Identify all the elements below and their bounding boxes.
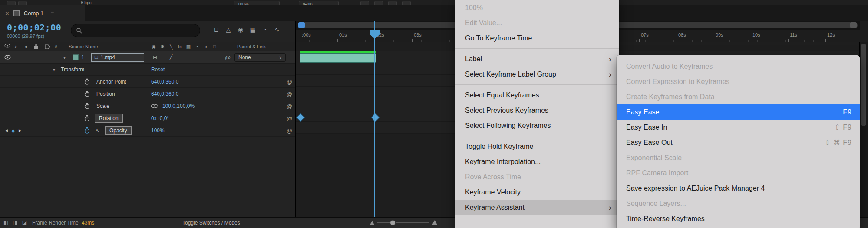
context-menu-item-keyframe-interpolation[interactable]: Keyframe Interpolation... xyxy=(455,154,619,169)
parent-pickwhip-icon[interactable]: @ xyxy=(225,54,231,60)
context-menu-item-label[interactable]: Label› xyxy=(455,51,619,67)
mini-flowchart-icon[interactable]: ⊟ xyxy=(213,26,220,33)
menu-item-label: RPF Camera Import xyxy=(626,169,852,177)
cached-frames-indicator xyxy=(300,51,376,53)
property-row-anchor-point[interactable]: Anchor Point 640,0,360,0 @ xyxy=(0,76,295,88)
property-name[interactable]: Scale xyxy=(96,103,109,109)
zoom-in-icon[interactable] xyxy=(432,220,438,225)
timeline-search-input[interactable] xyxy=(71,24,200,37)
context-menu-item-select-keyframe-label-group[interactable]: Select Keyframe Label Group› xyxy=(455,67,619,82)
graph-editor-icon[interactable]: ∿ xyxy=(274,26,281,33)
property-name[interactable]: Anchor Point xyxy=(96,79,126,85)
property-name[interactable]: Opacity xyxy=(105,126,132,135)
parent-pickwhip-icon[interactable]: @ xyxy=(287,115,292,121)
menu-item-label: Select Keyframe Label Group xyxy=(465,70,604,78)
context-menu-item-keyframe-velocity[interactable]: Keyframe Velocity... xyxy=(455,184,619,200)
context-menu-separator xyxy=(455,84,619,85)
property-row-position[interactable]: Position 640,0,360,0 @ xyxy=(0,88,295,100)
frame-render-time-value: 43ms xyxy=(82,220,94,226)
property-value[interactable]: 640,0,360,0 xyxy=(151,79,178,85)
frame-blending-icon[interactable]: ▦ xyxy=(249,26,256,33)
next-keyframe-icon[interactable]: ▶ xyxy=(19,128,22,133)
close-icon[interactable]: × xyxy=(5,10,9,17)
context-menu-item-select-previous-keyframes[interactable]: Select Previous Keyframes xyxy=(455,103,619,118)
motion-blur-icon[interactable]: ◔ xyxy=(261,26,268,33)
submenu-item-easy-ease[interactable]: Easy EaseF9 xyxy=(617,104,860,120)
stopwatch-icon[interactable] xyxy=(84,115,90,121)
layer-duration-bar[interactable] xyxy=(300,53,376,63)
submenu-item-easy-ease-in[interactable]: Easy Ease In⇧ F9 xyxy=(617,120,860,135)
submenu-item-easy-ease-out[interactable]: Easy Ease Out⇧ ⌘ F9 xyxy=(617,135,860,150)
menu-item-label: Keyframe Interpolation... xyxy=(465,158,611,166)
color-depth-button[interactable]: 8 bpc xyxy=(81,0,91,5)
scrollbar-thumb[interactable] xyxy=(861,44,866,126)
parent-pickwhip-icon[interactable]: @ xyxy=(287,91,292,97)
property-value[interactable]: 0x+0,0° xyxy=(151,115,169,121)
parent-pickwhip-icon[interactable]: @ xyxy=(287,103,292,109)
keyframe-at-current-time-icon[interactable]: ◆ xyxy=(11,127,15,133)
comp-tab[interactable]: × Comp 1 ≡ xyxy=(0,5,85,21)
property-row-opacity[interactable]: ◀ ◆ ▶ ∿ Opacity 100% @ xyxy=(0,124,295,137)
context-menu-item-select-following-keyframes[interactable]: Select Following Keyframes xyxy=(455,118,619,133)
transfer-controls-pane-icon[interactable]: ◨ xyxy=(13,220,17,226)
layer-number-column[interactable]: # xyxy=(55,44,57,49)
draft-3d-icon[interactable]: △ xyxy=(225,26,232,33)
stopwatch-icon[interactable] xyxy=(84,91,90,97)
property-value[interactable]: 100,0,100,0% xyxy=(162,103,195,109)
transform-group-label[interactable]: Transform xyxy=(61,67,84,73)
graph-overlay-icon[interactable]: ∿ xyxy=(96,127,100,134)
transform-group-row[interactable]: ▾ Transform Reset xyxy=(0,64,295,76)
toggle-switches-modes-button[interactable]: Toggle Switches / Modes xyxy=(182,220,240,226)
property-value[interactable]: 100% xyxy=(151,127,165,134)
property-name[interactable]: Rotation xyxy=(95,114,123,123)
property-row-rotation[interactable]: Rotation 0x+0,0° @ xyxy=(0,112,295,124)
property-name[interactable]: Position xyxy=(96,91,115,97)
layer-expand-chevron-icon[interactable]: ▾ xyxy=(63,55,66,60)
constrain-proportions-icon[interactable] xyxy=(151,104,158,108)
previous-keyframe-icon[interactable]: ◀ xyxy=(5,128,8,133)
parent-link-column[interactable]: Parent & Link xyxy=(237,44,266,49)
source-name-column[interactable]: Source Name xyxy=(69,44,98,49)
chevron-down-icon: ∨ xyxy=(279,55,282,60)
parent-pickwhip-icon[interactable]: @ xyxy=(287,127,292,134)
submenu-item-save-expression-to-aejuice-pack-manager-4[interactable]: Save expression to AEJuice Pack Manager … xyxy=(617,181,860,196)
context-menu-item-select-equal-keyframes[interactable]: Select Equal Keyframes xyxy=(455,87,619,103)
zoom-slider-track[interactable] xyxy=(377,222,429,223)
property-value[interactable]: 640,0,360,0 xyxy=(151,91,178,97)
property-row-scale[interactable]: Scale 100,0,100,0% @ xyxy=(0,100,295,112)
submenu-item-time-reverse-keyframes[interactable]: Time-Reverse Keyframes xyxy=(617,211,860,226)
quality-switch-icon[interactable]: ╱ xyxy=(169,54,172,60)
parent-pickwhip-icon[interactable]: @ xyxy=(287,78,292,85)
layer-name-box[interactable]: ▤ 1.mp4 xyxy=(91,53,144,62)
parent-dropdown[interactable]: None ∨ xyxy=(234,53,286,62)
stopwatch-icon[interactable] xyxy=(84,78,90,85)
context-menu-item-toggle-hold-keyframe[interactable]: Toggle Hold Keyframe xyxy=(455,139,619,154)
zoom-out-icon[interactable] xyxy=(370,221,374,225)
submenu-arrow-icon: › xyxy=(609,204,611,211)
layer-row[interactable]: ▾ 1 ▤ 1.mp4 ⊞ ╱ @ None ∨ xyxy=(0,51,295,64)
navigator-start-handle[interactable] xyxy=(298,22,305,28)
ruler-time-label: 09s xyxy=(716,32,723,37)
context-menu-item-keyframe-assistant[interactable]: Keyframe Assistant› xyxy=(455,200,619,215)
in-out-panes-icon[interactable]: ◪ xyxy=(22,220,27,226)
vertical-scrollbar[interactable] xyxy=(859,42,868,228)
navigator-end-handle[interactable] xyxy=(850,22,857,28)
stopwatch-icon[interactable] xyxy=(84,103,90,109)
reset-link[interactable]: Reset xyxy=(151,67,165,73)
layer-name[interactable]: 1.mp4 xyxy=(100,54,115,60)
layer-label-swatch[interactable] xyxy=(73,54,79,60)
audio-column-icon: ♪ xyxy=(14,44,17,49)
panel-menu-icon[interactable]: ≡ xyxy=(50,10,54,17)
eye-icon[interactable] xyxy=(4,55,11,60)
stopwatch-icon-active[interactable] xyxy=(84,127,90,134)
frame-blend-switch-icon[interactable]: ⊞ xyxy=(153,54,157,60)
context-menu-item-go-to-keyframe-time[interactable]: Go To Keyframe Time xyxy=(455,30,619,46)
zoom-slider-handle[interactable] xyxy=(390,220,396,226)
group-expand-chevron-icon[interactable]: ▾ xyxy=(53,67,55,72)
current-timecode[interactable]: 0;00;02;00 xyxy=(7,22,61,33)
ruler-tick xyxy=(788,39,789,42)
hide-shy-layers-icon[interactable]: ◉ xyxy=(237,26,244,33)
layer-switches-pane-icon[interactable]: ◧ xyxy=(3,220,8,226)
ruler-tick xyxy=(639,39,640,42)
composition-icon xyxy=(13,10,20,16)
